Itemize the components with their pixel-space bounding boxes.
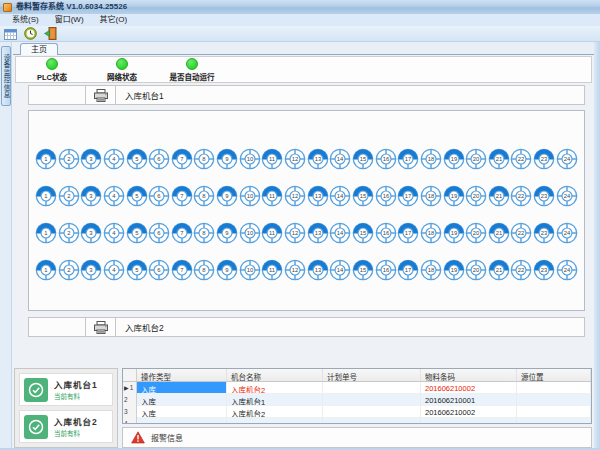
- slot-indicator[interactable]: 1: [35, 185, 57, 207]
- slot-indicator[interactable]: 24: [556, 259, 578, 281]
- slot-indicator[interactable]: 13: [307, 185, 329, 207]
- slot-indicator[interactable]: 8: [193, 185, 215, 207]
- slot-indicator[interactable]: 17: [397, 148, 419, 170]
- table-row[interactable]: 3入库入库机台2201606210002: [123, 406, 591, 418]
- slot-indicator[interactable]: 10: [239, 148, 261, 170]
- slot-indicator[interactable]: 9: [216, 148, 238, 170]
- slot-indicator[interactable]: 15: [352, 259, 374, 281]
- slot-indicator[interactable]: 18: [420, 148, 442, 170]
- slot-indicator[interactable]: 3: [80, 185, 102, 207]
- clock-icon[interactable]: [23, 27, 38, 41]
- slot-indicator[interactable]: 2: [58, 148, 80, 170]
- slot-indicator[interactable]: 14: [329, 148, 351, 170]
- slot-indicator[interactable]: 21: [488, 222, 510, 244]
- slot-indicator[interactable]: 23: [533, 259, 555, 281]
- slot-indicator[interactable]: 16: [375, 185, 397, 207]
- slot-indicator[interactable]: 22: [510, 148, 532, 170]
- slot-indicator[interactable]: 14: [329, 222, 351, 244]
- table-row[interactable]: 4: [123, 418, 591, 424]
- slot-indicator[interactable]: 20: [465, 259, 487, 281]
- station-card[interactable]: 入库机台2当前有料: [19, 410, 113, 443]
- table-cell[interactable]: 入库: [137, 394, 227, 406]
- table-cell[interactable]: [517, 394, 591, 406]
- table-cell[interactable]: 201606210001: [421, 394, 517, 406]
- column-header[interactable]: 物料条码: [421, 369, 517, 381]
- slot-indicator[interactable]: 19: [443, 185, 465, 207]
- slot-indicator[interactable]: 7: [171, 259, 193, 281]
- slot-indicator[interactable]: 20: [465, 222, 487, 244]
- slot-indicator[interactable]: 13: [307, 259, 329, 281]
- slot-indicator[interactable]: 12: [284, 222, 306, 244]
- slot-indicator[interactable]: 8: [193, 148, 215, 170]
- slot-indicator[interactable]: 23: [533, 222, 555, 244]
- slot-indicator[interactable]: 5: [126, 185, 148, 207]
- slot-indicator[interactable]: 19: [443, 259, 465, 281]
- slot-indicator[interactable]: 14: [329, 185, 351, 207]
- side-panel-tab[interactable]: 设备监控信息: [1, 46, 11, 106]
- slot-indicator[interactable]: 22: [510, 259, 532, 281]
- exit-icon[interactable]: [43, 27, 58, 41]
- table-cell[interactable]: [227, 418, 323, 424]
- table-cell[interactable]: 201606210002: [421, 406, 517, 418]
- slot-indicator[interactable]: 7: [171, 222, 193, 244]
- slot-indicator[interactable]: 17: [397, 222, 419, 244]
- table-cell[interactable]: [323, 418, 421, 424]
- slot-indicator[interactable]: 24: [556, 148, 578, 170]
- slot-indicator[interactable]: 15: [352, 222, 374, 244]
- slot-indicator[interactable]: 2: [58, 259, 80, 281]
- table-cell[interactable]: [517, 382, 591, 394]
- slot-indicator[interactable]: 12: [284, 148, 306, 170]
- slot-indicator[interactable]: 15: [352, 185, 374, 207]
- slot-indicator[interactable]: 3: [80, 259, 102, 281]
- slot-indicator[interactable]: 22: [510, 185, 532, 207]
- slot-indicator[interactable]: 14: [329, 259, 351, 281]
- slot-indicator[interactable]: 12: [284, 185, 306, 207]
- slot-indicator[interactable]: 16: [375, 259, 397, 281]
- slot-indicator[interactable]: 16: [375, 148, 397, 170]
- slot-indicator[interactable]: 17: [397, 185, 419, 207]
- table-row[interactable]: ▶1入库入库机台2201606210002: [123, 382, 591, 394]
- slot-indicator[interactable]: 10: [239, 259, 261, 281]
- table-cell[interactable]: 201606210002: [421, 382, 517, 394]
- table-cell[interactable]: [323, 394, 421, 406]
- print-button-station2[interactable]: [85, 318, 116, 336]
- slot-indicator[interactable]: 1: [35, 148, 57, 170]
- slot-indicator[interactable]: 15: [352, 148, 374, 170]
- slot-indicator[interactable]: 4: [103, 259, 125, 281]
- slot-indicator[interactable]: 3: [80, 222, 102, 244]
- slot-indicator[interactable]: 9: [216, 185, 238, 207]
- slot-indicator[interactable]: 13: [307, 222, 329, 244]
- slot-indicator[interactable]: 4: [103, 222, 125, 244]
- slot-indicator[interactable]: 11: [261, 259, 283, 281]
- slot-indicator[interactable]: 4: [103, 148, 125, 170]
- table-cell[interactable]: 入库机台1: [227, 394, 323, 406]
- table-cell[interactable]: [137, 418, 227, 424]
- slot-indicator[interactable]: 16: [375, 222, 397, 244]
- slot-indicator[interactable]: 4: [103, 185, 125, 207]
- slot-indicator[interactable]: 10: [239, 222, 261, 244]
- station-card[interactable]: 入库机台1当前有料: [19, 373, 113, 406]
- slot-indicator[interactable]: 1: [35, 259, 57, 281]
- slot-indicator[interactable]: 23: [533, 185, 555, 207]
- slot-indicator[interactable]: 13: [307, 148, 329, 170]
- slot-indicator[interactable]: 6: [148, 222, 170, 244]
- slot-indicator[interactable]: 10: [239, 185, 261, 207]
- slot-indicator[interactable]: 18: [420, 222, 442, 244]
- slot-indicator[interactable]: 23: [533, 148, 555, 170]
- table-cell[interactable]: [517, 418, 591, 424]
- slot-indicator[interactable]: 8: [193, 222, 215, 244]
- print-button-station1[interactable]: [85, 86, 116, 104]
- slot-indicator[interactable]: 18: [420, 259, 442, 281]
- slot-indicator[interactable]: 18: [420, 185, 442, 207]
- calendar-icon[interactable]: [3, 27, 18, 41]
- menu-item[interactable]: 其它(O): [92, 14, 136, 26]
- slot-indicator[interactable]: 21: [488, 259, 510, 281]
- slot-indicator[interactable]: 5: [126, 148, 148, 170]
- slot-indicator[interactable]: 24: [556, 222, 578, 244]
- slot-indicator[interactable]: 3: [80, 148, 102, 170]
- slot-indicator[interactable]: 9: [216, 259, 238, 281]
- menu-item[interactable]: 系统(S): [4, 14, 47, 26]
- slot-indicator[interactable]: 11: [261, 222, 283, 244]
- slot-indicator[interactable]: 19: [443, 222, 465, 244]
- column-header[interactable]: 机台名称: [227, 369, 323, 381]
